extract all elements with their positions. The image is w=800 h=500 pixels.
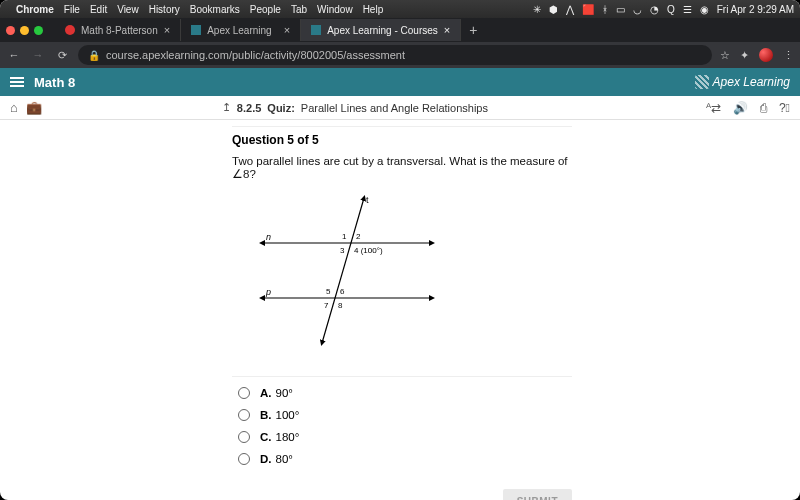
label-n: n — [266, 232, 271, 242]
flag-icon: 🟥 — [582, 4, 594, 15]
choice-text: 80° — [276, 453, 293, 465]
close-tab-icon[interactable]: × — [284, 24, 290, 36]
forward-button[interactable]: → — [30, 49, 46, 61]
svg-line-2 — [322, 198, 364, 343]
favicon-icon — [311, 25, 321, 35]
mac-menubar: Chrome File Edit View History Bookmarks … — [0, 0, 800, 18]
tab-title: Math 8-Patterson — [81, 25, 158, 36]
menu-help[interactable]: Help — [363, 4, 384, 15]
search-icon[interactable]: Q — [667, 4, 675, 15]
activity-code: 8.2.5 — [237, 102, 261, 114]
answer-choices: A.90° B.100° C.180° D.80° — [238, 387, 572, 465]
favicon-icon — [191, 25, 201, 35]
choice-letter: C. — [260, 431, 272, 443]
status-icon: ⬢ — [549, 4, 558, 15]
choice-a[interactable]: A.90° — [238, 387, 572, 399]
geometry-figure: t n p 1 2 3 4 (100°) 5 6 7 8 — [242, 193, 462, 353]
content-stage: Question 5 of 5 Two parallel lines are c… — [0, 120, 800, 500]
hamburger-menu-icon[interactable] — [10, 77, 24, 87]
browser-tab-strip: Math 8-Patterson × Apex Learning × Apex … — [0, 18, 800, 42]
menu-edit[interactable]: Edit — [90, 4, 107, 15]
up-arrow-icon[interactable]: ↥ — [222, 101, 231, 114]
choice-letter: B. — [260, 409, 272, 421]
maximize-window-icon[interactable] — [34, 26, 43, 35]
choice-text: 90° — [276, 387, 293, 399]
label-a8: 8 — [338, 301, 343, 310]
radio-icon[interactable] — [238, 453, 250, 465]
home-icon[interactable]: ⌂ — [10, 100, 18, 115]
choice-letter: A. — [260, 387, 272, 399]
choice-d[interactable]: D.80° — [238, 453, 572, 465]
profile-avatar[interactable] — [759, 48, 773, 62]
print-icon[interactable]: ⎙ — [760, 101, 767, 115]
briefcase-icon[interactable]: 💼 — [26, 100, 42, 115]
browser-tab[interactable]: Apex Learning × — [181, 19, 301, 41]
lock-icon: 🔒 — [88, 50, 100, 61]
menu-window[interactable]: Window — [317, 4, 353, 15]
url-text: course.apexlearning.com/public/activity/… — [106, 49, 405, 61]
activity-title: Parallel Lines and Angle Relationships — [301, 102, 488, 114]
question-prompt: Two parallel lines are cut by a transver… — [232, 155, 572, 181]
label-a6: 6 — [340, 287, 345, 296]
translate-icon[interactable]: ᴬ⇄ — [706, 101, 721, 115]
menu-tab[interactable]: Tab — [291, 4, 307, 15]
choice-letter: D. — [260, 453, 272, 465]
choice-b[interactable]: B.100° — [238, 409, 572, 421]
menu-chrome[interactable]: Chrome — [16, 4, 54, 15]
label-a4: 4 (100°) — [354, 246, 383, 255]
close-window-icon[interactable] — [6, 26, 15, 35]
menu-history[interactable]: History — [149, 4, 180, 15]
extensions-icon[interactable]: ✦ — [740, 49, 749, 62]
favicon-icon — [65, 25, 75, 35]
prompt-text: Two parallel lines are cut by a transver… — [232, 155, 568, 167]
label-p: p — [265, 287, 271, 297]
status-icon: ✳ — [533, 4, 541, 15]
choice-text: 180° — [276, 431, 300, 443]
apex-brand-logo: Apex Learning — [695, 75, 790, 89]
window-controls[interactable] — [6, 26, 43, 35]
breadcrumb-bar: ⌂ 💼 ↥ 8.2.5 Quiz: Parallel Lines and Ang… — [0, 96, 800, 120]
star-icon[interactable]: ☆ — [720, 49, 730, 62]
divider — [232, 376, 572, 377]
close-tab-icon[interactable]: × — [444, 24, 450, 36]
new-tab-button[interactable]: + — [461, 22, 485, 38]
browser-toolbar: ← → ⟳ 🔒 course.apexlearning.com/public/a… — [0, 42, 800, 68]
question-counter: Question 5 of 5 — [232, 126, 572, 147]
label-a2: 2 — [356, 232, 361, 241]
status-icon: ⋀ — [566, 4, 574, 15]
kebab-menu-icon[interactable]: ⋮ — [783, 49, 794, 62]
submit-button[interactable]: SUBMIT — [503, 489, 572, 500]
label-a3: 3 — [340, 246, 345, 255]
audio-icon[interactable]: 🔊 — [733, 101, 748, 115]
reload-button[interactable]: ⟳ — [54, 49, 70, 62]
back-button[interactable]: ← — [6, 49, 22, 61]
battery-icon: ▭ — [616, 4, 625, 15]
browser-tab[interactable]: Math 8-Patterson × — [55, 19, 181, 41]
address-bar[interactable]: 🔒 course.apexlearning.com/public/activit… — [78, 45, 712, 65]
menu-people[interactable]: People — [250, 4, 281, 15]
menu-file[interactable]: File — [64, 4, 80, 15]
label-a7: 7 — [324, 301, 329, 310]
label-a1: 1 — [342, 232, 347, 241]
label-t: t — [366, 195, 369, 205]
tab-title: Apex Learning — [207, 25, 272, 36]
radio-icon[interactable] — [238, 387, 250, 399]
help-icon[interactable]: ?⃝ — [779, 101, 790, 115]
choice-c[interactable]: C.180° — [238, 431, 572, 443]
tab-title: Apex Learning - Courses — [327, 25, 438, 36]
radio-icon[interactable] — [238, 431, 250, 443]
choice-text: 100° — [276, 409, 300, 421]
clock-icon: ◔ — [650, 4, 659, 15]
activity-type: Quiz: — [267, 102, 295, 114]
close-tab-icon[interactable]: × — [164, 24, 170, 36]
minimize-window-icon[interactable] — [20, 26, 29, 35]
menu-view[interactable]: View — [117, 4, 139, 15]
radio-icon[interactable] — [238, 409, 250, 421]
apex-header: Math 8 Apex Learning — [0, 68, 800, 96]
siri-icon[interactable]: ◉ — [700, 4, 709, 15]
menu-bookmarks[interactable]: Bookmarks — [190, 4, 240, 15]
browser-tab-active[interactable]: Apex Learning - Courses × — [301, 19, 461, 41]
control-center-icon[interactable]: ☰ — [683, 4, 692, 15]
wifi-icon: ◡ — [633, 4, 642, 15]
menubar-clock[interactable]: Fri Apr 2 9:29 AM — [717, 4, 794, 15]
